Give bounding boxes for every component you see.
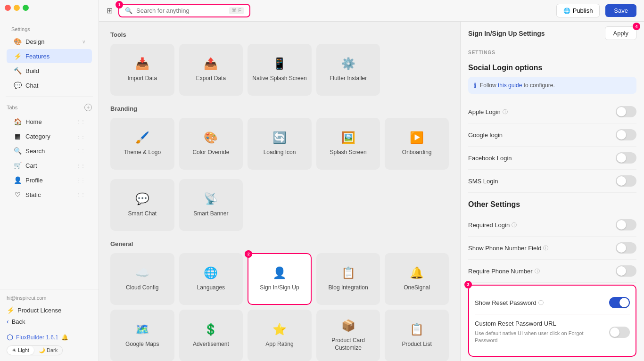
facebook-login-label: Facebook Login xyxy=(468,155,616,162)
app-rating-icon: ⭐ xyxy=(272,323,287,336)
blog-integration-icon: 📋 xyxy=(341,266,355,279)
sidebar-item-design[interactable]: 🎨 Design ∨ xyxy=(7,34,92,49)
fluxbuilder-logo-icon: ⬡ xyxy=(7,333,13,342)
settings-meta-label: SETTINGS xyxy=(461,45,644,58)
save-button[interactable]: Save xyxy=(605,4,636,17)
traffic-light-green[interactable] xyxy=(23,5,29,11)
sidebar-item-label: Static xyxy=(25,191,72,198)
tool-card-onboarding[interactable]: ▶️ Onboarding xyxy=(385,118,449,170)
category-icon: ▦ xyxy=(13,132,22,140)
tool-card-advertisement[interactable]: 💲 Advertisement xyxy=(179,310,243,361)
tool-card-blog-integration[interactable]: 📋 Blog Integration xyxy=(316,253,380,305)
sidebar-item-profile[interactable]: 👤 Profile ⋮⋮ xyxy=(7,173,92,187)
tool-card-languages[interactable]: 🌐 Languages xyxy=(179,253,243,305)
tool-card-native-splash[interactable]: 📱 Native Splash Screen xyxy=(248,44,312,96)
tool-card-google-maps[interactable]: 🗺️ Google Maps xyxy=(110,310,174,361)
notification-icon[interactable]: 🔔 xyxy=(61,334,68,341)
sidebar-item-label: Design xyxy=(25,38,78,45)
custom-reset-url-toggle[interactable] xyxy=(609,327,630,338)
show-phone-toggle[interactable] xyxy=(616,242,636,254)
grid-icon[interactable]: ⊞ xyxy=(107,6,113,15)
tool-card-onesignal[interactable]: 🔔 OneSignal xyxy=(385,253,449,305)
sidebar-item-label: Features xyxy=(25,53,85,60)
apply-button[interactable]: Apply xyxy=(605,26,636,40)
tool-card-import-data[interactable]: 📥 Import Data xyxy=(110,44,174,96)
help-icon: ⓘ xyxy=(512,222,517,229)
tool-card-splash-screen[interactable]: 🖼️ Splash Screen xyxy=(316,118,380,170)
sidebar-item-label: Cart xyxy=(25,162,72,169)
general-section-title: General xyxy=(110,240,449,247)
tool-card-flutter-installer[interactable]: ⚙️ Flutter Installer xyxy=(316,44,380,96)
sidebar-item-label: Chat xyxy=(25,82,85,89)
sidebar-item-cart[interactable]: 🛒 Cart ⋮⋮ xyxy=(7,158,92,172)
search-icon: 🔍 xyxy=(125,7,132,14)
product-license-link[interactable]: ⚡ Product License xyxy=(7,304,92,316)
main-scroll: Tools 📥 Import Data 📤 Export Data 📱 Nati… xyxy=(99,22,460,361)
apply-badge: 4 xyxy=(633,23,640,30)
tool-card-app-rating[interactable]: ⭐ App Rating xyxy=(248,310,312,361)
version-info: ⬡ FluxBuilder 1.6.1 🔔 xyxy=(7,333,92,342)
tools-grid: 📥 Import Data 📤 Export Data 📱 Native Spl… xyxy=(110,44,449,96)
required-login-toggle[interactable] xyxy=(616,219,636,230)
apple-login-toggle[interactable] xyxy=(616,106,636,117)
loading-icon-icon: 🔄 xyxy=(272,131,287,144)
card-label: Advertisement xyxy=(193,341,229,348)
tool-card-color-override[interactable]: 🎨 Color Override xyxy=(179,118,243,170)
show-reset-password-toggle[interactable] xyxy=(609,297,630,308)
card-label: Export Data xyxy=(196,75,226,82)
tool-card-loading-icon[interactable]: 🔄 Loading Icon xyxy=(248,118,312,170)
facebook-login-toggle[interactable] xyxy=(616,152,636,164)
sidebar-item-static[interactable]: ♡ Static ⋮⋮ xyxy=(7,188,92,202)
features-icon: ⚡ xyxy=(13,52,22,60)
info-icon: ℹ xyxy=(474,82,476,89)
publish-button[interactable]: 🌐 Publish xyxy=(556,4,600,17)
tool-card-product-card[interactable]: 📦 Product Card Customize xyxy=(316,310,380,361)
help-icon: ⓘ xyxy=(503,108,508,115)
back-button[interactable]: ‹ Back xyxy=(7,316,92,327)
other-settings-title: Other Settings xyxy=(468,200,636,209)
sidebar-item-category[interactable]: ▦ Category ⋮⋮ xyxy=(7,129,92,143)
cloud-config-icon: ☁️ xyxy=(135,266,149,279)
guide-link[interactable]: this guide xyxy=(498,82,522,89)
show-reset-password-row: Show Reset Password ⓘ xyxy=(475,291,630,314)
card-label: Splash Screen xyxy=(330,149,367,156)
tool-card-smart-banner[interactable]: 📡 Smart Banner xyxy=(179,179,243,231)
right-scroll: Social Login options ℹ Follow this guide… xyxy=(461,58,644,361)
card-label: Product Card Customize xyxy=(321,337,376,352)
card-label: Native Splash Screen xyxy=(252,75,306,82)
sidebar-item-features[interactable]: ⚡ Features xyxy=(7,49,92,63)
sidebar-item-build[interactable]: 🔨 Build xyxy=(7,64,92,78)
tool-card-sign-in-up[interactable]: 👤 Sign In/Sign Up xyxy=(248,253,312,305)
sidebar-item-chat[interactable]: 💬 Chat xyxy=(7,78,92,92)
theme-toggle[interactable]: ☀ Light 🌙 Dark xyxy=(7,345,63,355)
theme-logo-icon: 🖌️ xyxy=(135,131,149,144)
tool-card-cloud-config[interactable]: ☁️ Cloud Config xyxy=(110,253,174,305)
sidebar-item-home[interactable]: 🏠 Home ⋮⋮ xyxy=(7,115,92,129)
require-phone-toggle[interactable] xyxy=(616,265,636,277)
sidebar-divider xyxy=(6,97,93,97)
privacy-row: Privacy and Term Go to GDPR Compliance t… xyxy=(468,359,636,361)
apple-login-label: Apple Login ⓘ xyxy=(468,108,616,115)
dark-theme-button[interactable]: 🌙 Dark xyxy=(34,346,62,355)
google-maps-icon: 🗺️ xyxy=(135,323,149,336)
sidebar-item-search[interactable]: 🔍 Search ⋮⋮ xyxy=(7,144,92,158)
card-label: Product List xyxy=(402,341,432,348)
export-data-icon: 📤 xyxy=(204,57,218,70)
tool-card-product-list[interactable]: 📋 Product List xyxy=(385,310,449,361)
profile-icon: 👤 xyxy=(13,176,22,184)
show-reset-password-label: Show Reset Password ⓘ xyxy=(475,299,609,306)
tool-card-export-data[interactable]: 📤 Export Data xyxy=(179,44,243,96)
search-box[interactable]: 1 🔍 ⌘ F xyxy=(118,4,250,17)
tool-card-theme-logo[interactable]: 🖌️ Theme & Logo xyxy=(110,118,174,170)
sms-login-toggle[interactable] xyxy=(616,175,636,187)
design-icon: 🎨 xyxy=(13,38,22,45)
light-theme-button[interactable]: ☀ Light xyxy=(7,346,34,355)
search-input[interactable] xyxy=(136,7,225,14)
google-login-toggle[interactable] xyxy=(616,129,636,140)
traffic-light-yellow[interactable] xyxy=(14,5,20,11)
add-tab-button[interactable]: + xyxy=(84,104,92,111)
flutter-installer-icon: ⚙️ xyxy=(341,57,355,70)
traffic-light-red[interactable] xyxy=(5,5,11,11)
tool-card-smart-chat[interactable]: 💬 Smart Chat xyxy=(110,179,174,231)
card-label: Smart Chat xyxy=(128,210,157,218)
